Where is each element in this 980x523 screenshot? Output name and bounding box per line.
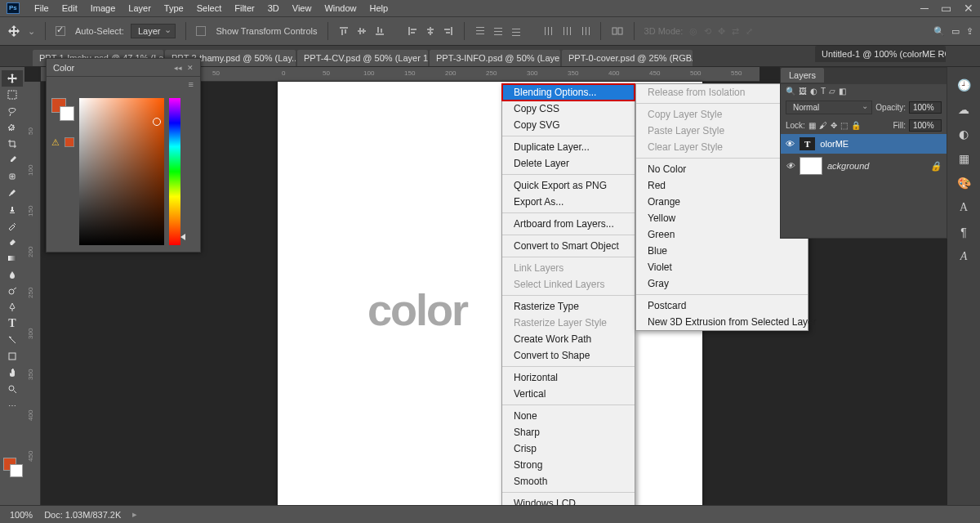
context-menu-item[interactable]: Create Work Path	[502, 331, 635, 347]
context-menu-item[interactable]: Violet	[636, 259, 808, 275]
context-menu-item[interactable]: Strong	[502, 457, 635, 473]
context-menu-item[interactable]: Duplicate Layer...	[502, 139, 635, 155]
align-right-icon[interactable]	[443, 25, 454, 37]
type-tool[interactable]: T	[2, 315, 23, 332]
adjustments-icon[interactable]: ◐	[956, 127, 972, 144]
libraries-icon[interactable]: ☁	[956, 103, 972, 119]
menu-window[interactable]: Window	[318, 1, 363, 16]
eyedropper-tool[interactable]	[2, 152, 23, 168]
filter-pixel-icon[interactable]: 🖼	[799, 87, 807, 96]
auto-select-dropdown[interactable]: Layer	[131, 24, 176, 38]
dodge-tool[interactable]	[2, 283, 23, 299]
context-menu-item[interactable]: None	[502, 408, 635, 424]
menu-image[interactable]: Image	[84, 1, 122, 16]
history-panel-icon[interactable]: 🕘	[956, 78, 972, 95]
gradient-tool[interactable]	[2, 250, 23, 266]
panel-menu-icon[interactable]: ≡	[47, 77, 200, 92]
doc-tab[interactable]: PPT-4-CV.psd @ 50% (Layer 1,...×	[297, 50, 428, 66]
context-menu-item[interactable]: Convert to Smart Object	[502, 238, 635, 254]
styles-icon[interactable]: ▦	[956, 152, 972, 168]
pen-tool[interactable]	[2, 299, 23, 315]
panel-close-icon[interactable]: ✕	[187, 64, 194, 72]
blend-mode-select[interactable]: Normal	[786, 101, 872, 114]
fill-input[interactable]	[909, 119, 942, 132]
lock-trans-icon[interactable]: ▦	[808, 121, 816, 130]
lock-pixel-icon[interactable]: 🖌	[819, 121, 827, 130]
filter-type-icon[interactable]: T	[821, 87, 826, 96]
opacity-input[interactable]	[909, 101, 942, 114]
align-vcenter-icon[interactable]	[356, 25, 368, 37]
context-menu-item[interactable]: Quick Export as PNG	[502, 177, 635, 194]
marquee-tool[interactable]	[2, 87, 23, 103]
shape-tool[interactable]	[2, 348, 23, 364]
dist-bottom-icon[interactable]	[510, 25, 522, 37]
menu-layer[interactable]: Layer	[122, 1, 158, 16]
close-icon[interactable]: ✕	[964, 2, 973, 15]
stamp-tool[interactable]	[2, 201, 23, 217]
crop-tool[interactable]	[2, 136, 23, 152]
eraser-tool[interactable]	[2, 234, 23, 250]
history-brush-tool[interactable]	[2, 217, 23, 234]
menu-edit[interactable]: Edit	[56, 1, 84, 16]
gamut-color-icon[interactable]	[65, 137, 74, 147]
align-hcenter-icon[interactable]	[425, 25, 436, 37]
filter-kind-icon[interactable]: 🔍	[786, 87, 795, 96]
color-spectrum[interactable]	[79, 98, 164, 245]
gamut-warning-icon[interactable]: ⚠	[51, 137, 60, 148]
hue-handle-icon[interactable]	[180, 234, 185, 240]
character-icon[interactable]: A	[956, 201, 972, 217]
layer-name[interactable]: ackground	[827, 161, 869, 171]
auto-align-icon[interactable]	[611, 25, 624, 37]
move-tool[interactable]	[2, 70, 23, 87]
context-menu-item[interactable]: Smooth	[502, 473, 635, 489]
brush-tool[interactable]	[2, 185, 23, 201]
context-menu-item[interactable]: Artboard from Layers...	[502, 216, 635, 232]
paragraph-icon[interactable]: ¶	[956, 226, 972, 242]
align-left-icon[interactable]	[407, 25, 418, 37]
dropdown-icon[interactable]: ⌄	[28, 26, 35, 37]
minimize-icon[interactable]: ─	[920, 2, 929, 15]
background-swatch[interactable]	[10, 464, 23, 477]
blur-tool[interactable]	[2, 266, 23, 283]
search-icon[interactable]: 🔍	[933, 26, 945, 37]
collapse-icon[interactable]: ◂◂	[174, 64, 182, 72]
doc-info-dropdown-icon[interactable]: ▸	[132, 509, 137, 520]
path-tool[interactable]	[2, 332, 23, 348]
align-bottom-icon[interactable]	[374, 25, 385, 37]
doc-tab[interactable]: PPT-3-INFO.psd @ 50% (Layer...×	[430, 50, 560, 66]
heal-tool[interactable]	[2, 168, 23, 185]
align-top-icon[interactable]	[338, 25, 350, 37]
more-tools[interactable]: ⋯	[2, 397, 23, 413]
context-menu-item[interactable]: Vertical	[502, 386, 635, 402]
dist-left-icon[interactable]	[543, 25, 555, 37]
context-menu-item[interactable]: Gray	[636, 275, 808, 292]
menu-select[interactable]: Select	[190, 1, 229, 16]
glyphs-icon[interactable]: A	[956, 250, 972, 266]
context-menu-item[interactable]: Rasterize Type	[502, 298, 635, 315]
menu-help[interactable]: Help	[363, 1, 395, 16]
context-menu-item[interactable]: Copy SVG	[502, 117, 635, 133]
workspace-icon[interactable]: ▭	[951, 26, 960, 37]
filter-shape-icon[interactable]: ▱	[829, 87, 835, 96]
context-menu-item[interactable]: Sharp	[502, 424, 635, 440]
visibility-icon[interactable]: 👁	[786, 139, 795, 149]
context-menu-item[interactable]: Crisp	[502, 440, 635, 457]
layers-tab[interactable]: Layers	[781, 68, 824, 83]
share-icon[interactable]: ⇪	[966, 26, 973, 37]
menu-3d[interactable]: 3D	[261, 1, 286, 16]
filter-adjust-icon[interactable]: ◐	[810, 87, 817, 96]
brushes-icon[interactable]: 🎨	[956, 177, 972, 193]
context-menu-item[interactable]: New 3D Extrusion from Selected Layer	[636, 314, 808, 330]
menu-type[interactable]: Type	[158, 1, 190, 16]
layer-row[interactable]: 👁 T olorME	[781, 134, 947, 154]
lasso-tool[interactable]	[2, 103, 23, 119]
dist-vcenter-icon[interactable]	[492, 25, 504, 37]
color-picker-ring[interactable]	[153, 118, 161, 126]
wand-tool[interactable]	[2, 119, 23, 136]
context-menu-item[interactable]: Export As...	[502, 194, 635, 210]
dist-hcenter-icon[interactable]	[561, 25, 572, 37]
auto-select-checkbox[interactable]	[56, 26, 65, 36]
zoom-tool[interactable]	[2, 381, 23, 397]
visibility-icon[interactable]: 👁	[786, 161, 795, 171]
hue-slider[interactable]	[169, 98, 180, 245]
